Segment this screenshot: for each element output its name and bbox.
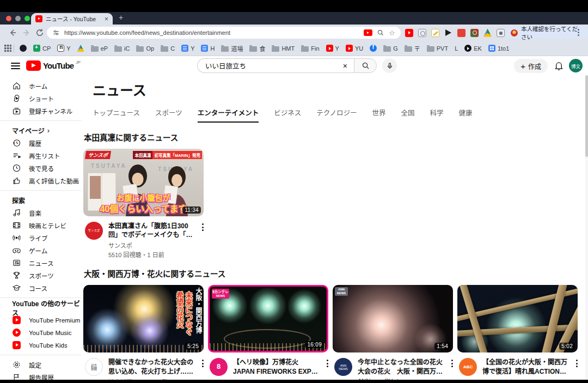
video-card[interactable]: 5:02 ABC 【全国の花火が大阪・関西万博で復活】晴れ風ACTION 未来に…: [457, 285, 578, 380]
bookmark-item[interactable]: [16, 45, 30, 52]
bookmark-folder[interactable]: G: [380, 45, 401, 52]
extension-pencil-icon[interactable]: [431, 29, 439, 37]
sidebar-section-mypage[interactable]: マイページ ›: [0, 124, 82, 137]
search-clear-icon[interactable]: ×: [340, 62, 351, 70]
bookmark-star-icon[interactable]: ☆: [389, 29, 395, 37]
sidebar-item-gaming[interactable]: ゲーム: [0, 244, 82, 257]
bookmark-item[interactable]: L: [451, 45, 461, 52]
channel-avatar[interactable]: ABC: [459, 358, 477, 376]
tab-business[interactable]: ビジネス: [274, 107, 301, 123]
verify-identity-notice[interactable]: 本人確認を行ってください: [505, 27, 588, 39]
video-menu-icon[interactable]: [202, 222, 204, 259]
sidebar-item-liked-videos[interactable]: 高く評価した動画: [0, 174, 82, 187]
bookmark-folder[interactable]: Fin: [298, 45, 322, 52]
sidebar-item-courses[interactable]: コース: [0, 282, 82, 294]
create-button[interactable]: + 作成: [514, 59, 548, 73]
bookmark-folder[interactable]: HMT: [268, 45, 298, 52]
bookmark-item[interactable]: Y: [54, 45, 74, 52]
channel-avatar[interactable]: ANN NEWS: [334, 358, 352, 376]
tab-top-news[interactable]: トップニュース: [93, 107, 140, 123]
lens-search-icon[interactable]: [377, 29, 384, 37]
video-thumbnail[interactable]: 大阪・関西万博 未来につなぐ 希望の花火 5:25: [83, 285, 204, 352]
window-zoom-button[interactable]: [24, 16, 30, 21]
forward-button[interactable]: [22, 28, 32, 38]
channel-avatar[interactable]: サンスポ: [85, 222, 103, 240]
sidebar-item-movies[interactable]: 映画とテレビ: [0, 219, 82, 232]
sidebar-item-music[interactable]: 音楽: [0, 206, 82, 219]
tab-entertainment[interactable]: エンターテイメント: [198, 107, 259, 123]
video-title[interactable]: 【ヘリ映像】万博花火 JAPAN FIREWORKS EXPO 全国の花火が大阪…: [233, 358, 321, 375]
account-avatar[interactable]: 博文: [569, 59, 583, 72]
bookmark-item[interactable]: 1to1: [485, 45, 512, 52]
sidebar-item-history[interactable]: 履歴: [0, 137, 82, 149]
new-tab-button[interactable]: +: [119, 13, 123, 22]
voice-search-button[interactable]: [382, 58, 397, 73]
browser-tab[interactable]: ニュース - YouTube ×: [31, 13, 113, 25]
video-menu-icon[interactable]: [202, 358, 204, 380]
bookmark-folder[interactable]: iC: [111, 45, 133, 52]
tab-technology[interactable]: テクノロジー: [316, 107, 357, 123]
extension-camera-icon[interactable]: [418, 29, 426, 37]
scrollbar-thumb[interactable]: [585, 75, 588, 157]
sidebar-item-news[interactable]: ニュース: [0, 257, 82, 269]
bookmark-item[interactable]: EK: [461, 45, 485, 52]
bookmark-item[interactable]: Y: [178, 45, 198, 52]
tab-world[interactable]: 世界: [372, 107, 385, 123]
url-bar[interactable]: https://www.youtube.com/feed/news_destin…: [47, 27, 401, 39]
sidebar-item-settings[interactable]: 設定: [0, 358, 82, 371]
bookmark-item[interactable]: [74, 45, 88, 52]
video-menu-icon[interactable]: [576, 358, 578, 380]
sidebar-item-live[interactable]: ライブ: [0, 232, 82, 244]
video-card[interactable]: 大阪・関西万博 未来につなぐ 希望の花火 5:25 読売 新聞 開催できなかった…: [83, 285, 204, 380]
bookmark-folder[interactable]: C: [157, 45, 178, 52]
bookmark-item[interactable]: [366, 45, 380, 52]
bookmark-item[interactable]: Y: [323, 45, 342, 52]
search-button[interactable]: [354, 58, 377, 73]
sidebar-item-subscriptions[interactable]: 登録チャンネル: [0, 105, 82, 117]
menu-hamburger-icon[interactable]: [11, 63, 20, 69]
browser-menu-icon[interactable]: [578, 29, 579, 36]
channel-name[interactable]: サンスポ: [108, 241, 197, 250]
bookmark-item[interactable]: H: [198, 45, 218, 52]
back-button[interactable]: [8, 28, 17, 38]
video-thumbnail[interactable]: TSUTAYA TSUTAYA: [83, 149, 204, 216]
extension-youtube-icon[interactable]: [405, 29, 413, 37]
bookmark-folder[interactable]: 道場: [218, 44, 246, 53]
video-title[interactable]: 本田真凜さん「腹筋1日300回」でボディーメイクも「小籠包ボディーになってます」…: [108, 222, 197, 239]
site-settings-icon[interactable]: [52, 29, 60, 37]
bookmark-folder[interactable]: 食: [246, 44, 268, 53]
bookmark-folder[interactable]: PVT: [424, 45, 451, 52]
tab-science[interactable]: 科学: [430, 107, 443, 123]
tab-close-icon[interactable]: ×: [105, 16, 108, 22]
reload-button[interactable]: [35, 28, 45, 38]
extension-play-icon[interactable]: [444, 29, 452, 37]
video-thumbnail[interactable]: ANN NEWS 1:54: [333, 285, 453, 352]
notifications-button[interactable]: [554, 60, 564, 73]
video-title[interactable]: 開催できなかった花火大会の思い込め、花火打ち上げ…万博: [108, 358, 197, 375]
channel-avatar[interactable]: 読売 新聞: [85, 358, 103, 376]
video-menu-icon[interactable]: [451, 358, 453, 380]
channel-avatar[interactable]: 8: [210, 358, 228, 376]
apps-grid-icon[interactable]: [4, 45, 11, 52]
video-card[interactable]: TSUTAYA TSUTAYA: [83, 149, 204, 259]
extension-instagram-icon[interactable]: [470, 29, 479, 37]
bookmark-folder[interactable]: 〒: [401, 44, 424, 53]
sidebar-item-sports[interactable]: スポーツ: [0, 269, 82, 282]
bookmark-folder[interactable]: Op: [133, 45, 157, 52]
video-thumbnail[interactable]: 5:02: [457, 285, 578, 352]
tab-sports[interactable]: スポーツ: [155, 107, 182, 123]
sidebar-item-playlists[interactable]: 再生リスト: [0, 149, 82, 162]
youtube-omnibox-icon[interactable]: [364, 29, 372, 36]
bookmark-item[interactable]: CP: [30, 45, 54, 52]
video-card-highlighted[interactable]: 8カンテレ NEWS 16:09 8 【ヘリ映像】万博花火 JAPAN FIRE…: [208, 285, 328, 380]
search-input[interactable]: いい日旅立ち ×: [197, 58, 354, 73]
tab-national[interactable]: 全国: [401, 107, 414, 123]
bookmark-item[interactable]: YU: [342, 45, 366, 52]
sidebar-item-watch-later[interactable]: 後で見る: [0, 162, 82, 174]
video-card[interactable]: ANN NEWS 1:54 ANN NEWS 今年中止となった全国の花火大会の花…: [333, 285, 453, 380]
bookmark-folder[interactable]: eP: [88, 45, 111, 52]
sidebar-item-shorts[interactable]: ショート: [0, 92, 82, 105]
sidebar-item-report-history[interactable]: 報告履歴: [0, 371, 82, 380]
window-close-button[interactable]: [6, 16, 11, 21]
extension-drive-icon[interactable]: [483, 29, 492, 37]
